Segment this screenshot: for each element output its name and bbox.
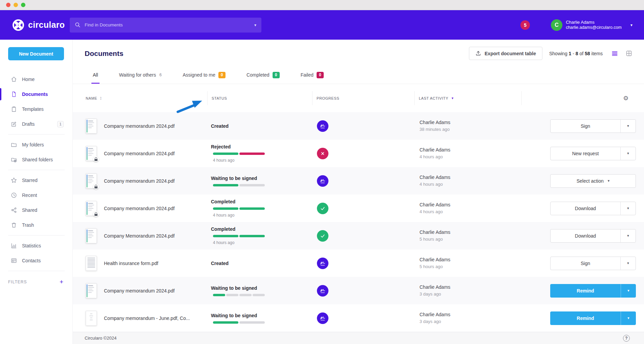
sidebar-item-shared-folders[interactable]: Shared folders (0, 152, 72, 167)
notification-badge[interactable]: 5 (520, 20, 530, 30)
activity-actor: Charlie Adams (420, 175, 522, 181)
select-action-button[interactable]: Select action▾ (550, 174, 636, 188)
download-button[interactable]: Download▾ (550, 202, 636, 215)
minimize-window-button[interactable] (14, 3, 18, 7)
sidebar-item-contacts[interactable]: Contacts (0, 253, 72, 268)
document-name-cell[interactable]: Health insurance form.pdf (73, 256, 208, 271)
action-button-label[interactable]: Select action▾ (551, 175, 636, 187)
tab-completed[interactable]: Completed0 (245, 67, 281, 84)
column-header-status: STATUS (208, 84, 313, 112)
sign-button[interactable]: Sign▾ (550, 119, 636, 133)
sidebar-item-drafts[interactable]: Drafts1 (0, 117, 72, 131)
document-name-cell[interactable]: Company memorandum 2024.pdf (73, 174, 208, 188)
action-label-text: Sign (581, 261, 590, 266)
sidebar-item-recent[interactable]: Recent (0, 188, 72, 203)
action-dropdown-toggle[interactable]: ▾ (620, 147, 636, 160)
action-dropdown-toggle[interactable]: ▾ (620, 120, 636, 133)
document-name-cell[interactable]: Company memorandum - June.pdf, Co... (73, 311, 208, 326)
sort-desc-icon[interactable]: ▼ (451, 97, 454, 100)
action-dropdown-toggle[interactable]: ▾ (621, 284, 636, 298)
column-header-name[interactable]: NAME▲▼ (73, 84, 208, 112)
tab-failed[interactable]: Failed0 (299, 67, 325, 84)
remind-button[interactable]: Remind▾ (550, 311, 636, 325)
help-button[interactable]: ? (623, 335, 630, 342)
sidebar-item-documents[interactable]: Documents (0, 87, 72, 102)
sidebar-item-starred[interactable]: Starred (0, 173, 72, 188)
document-name-cell[interactable]: Company memorandum 2024.pdf (73, 201, 208, 216)
action-dropdown-toggle[interactable]: ▾ (620, 229, 636, 242)
action-dropdown-toggle[interactable]: ▾ (621, 311, 636, 325)
search-scope-dropdown-icon[interactable]: ▾ (254, 23, 256, 27)
sidebar-item-home[interactable]: Home (0, 72, 72, 87)
chevron-down-icon: ▾ (627, 288, 629, 293)
gear-icon[interactable]: ⚙ (623, 95, 629, 102)
table-row: Company memorandum 2024.pdfWaiting to be… (73, 277, 644, 304)
download-button[interactable]: Download▾ (550, 229, 636, 243)
sidebar-item-statistics[interactable]: Statistics (0, 238, 72, 253)
brand[interactable]: circularo (0, 19, 70, 31)
sidebar-divider (8, 271, 65, 271)
tab-assigned-to-me[interactable]: Assigned to me0 (181, 67, 227, 84)
user-email: charlie.adams@circularo.com (566, 25, 622, 31)
chevron-down-icon: ▾ (627, 234, 629, 238)
maximize-window-button[interactable] (21, 3, 25, 7)
sidebar-item-templates[interactable]: Templates (0, 102, 72, 117)
grid-view-icon[interactable] (626, 50, 632, 56)
column-header-last-activity[interactable]: LAST ACTIVITY▼ (415, 84, 522, 112)
close-window-button[interactable] (6, 3, 10, 7)
activity-time: 4 hours ago (420, 154, 522, 160)
progress-segment (226, 294, 238, 296)
progress-cell (313, 203, 415, 214)
status-label: Created (211, 261, 313, 266)
sidebar-divider (8, 235, 65, 236)
action-button-label[interactable]: Sign (551, 120, 620, 133)
action-button-label[interactable]: Download (551, 229, 620, 242)
tab-all[interactable]: All (91, 67, 100, 84)
sidebar-item-label: Home (22, 77, 35, 82)
user-menu-chevron-icon[interactable]: ▾ (630, 23, 632, 27)
action-dropdown-toggle[interactable]: ▾ (620, 202, 636, 215)
search-input[interactable] (85, 22, 254, 27)
document-name-cell[interactable]: Company memorandum 2024.pdf (73, 119, 208, 134)
tab-count: 6 (159, 73, 162, 77)
user-info[interactable]: Charlie Adams charlie.adams@circularo.co… (566, 20, 622, 31)
document-name-cell[interactable]: Company Memorandum 2024.pdf (73, 228, 208, 243)
action-button-label[interactable]: Remind (550, 284, 621, 298)
document-name-cell[interactable]: Company memorandum 2024.pdf (73, 283, 208, 298)
action-button-label[interactable]: Remind (550, 311, 621, 325)
chevron-down-icon: ▾ (627, 124, 629, 128)
remind-button[interactable]: Remind▾ (550, 284, 636, 298)
list-view-icon[interactable] (611, 50, 618, 57)
progress-cell (313, 148, 415, 159)
sidebar-item-trash[interactable]: Trash (0, 218, 72, 232)
last-activity-cell: Charlie Adams3 days ago (415, 312, 522, 324)
column-settings[interactable]: ⚙ (522, 84, 644, 112)
sidebar-item-shared[interactable]: Shared (0, 203, 72, 218)
sidebar-item-my-folders[interactable]: My folders (0, 137, 72, 152)
sidebar: New Document HomeDocumentsTemplatesDraft… (0, 40, 73, 344)
avatar[interactable]: C (551, 19, 562, 31)
document-thumbnail-icon (86, 119, 97, 134)
status-cell: Waiting to be signed (208, 176, 313, 186)
table-row: Company memorandum 2024.pdfWaiting to be… (73, 167, 644, 195)
new-request-button[interactable]: New request▾ (550, 147, 636, 160)
action-label-text: Select action (577, 178, 604, 184)
action-button-label[interactable]: Sign (551, 257, 620, 270)
action-button-label[interactable]: Download (551, 202, 620, 215)
progress-segment (213, 184, 238, 186)
search-bar[interactable]: ▾ (70, 18, 261, 33)
tab-waiting-for-others[interactable]: Waiting for others6 (118, 67, 163, 84)
document-name-cell[interactable]: Company memorandum 2024.pdf (73, 146, 208, 161)
new-document-button[interactable]: New Document (8, 47, 64, 60)
document-name: Company memorandum 2024.pdf (104, 288, 178, 294)
sign-button[interactable]: Sign▾ (550, 257, 636, 270)
action-button-label[interactable]: New request (551, 147, 620, 160)
export-document-table-button[interactable]: Export document table (469, 47, 542, 60)
action-dropdown-toggle[interactable]: ▾ (620, 257, 636, 270)
filters-section: FILTERS + (0, 274, 72, 285)
lock-icon (93, 211, 99, 217)
add-filter-button[interactable]: + (60, 279, 63, 285)
status-label: Waiting to be signed (211, 313, 313, 318)
tab-label: Completed (246, 72, 270, 78)
sort-icon[interactable]: ▲▼ (100, 96, 102, 100)
